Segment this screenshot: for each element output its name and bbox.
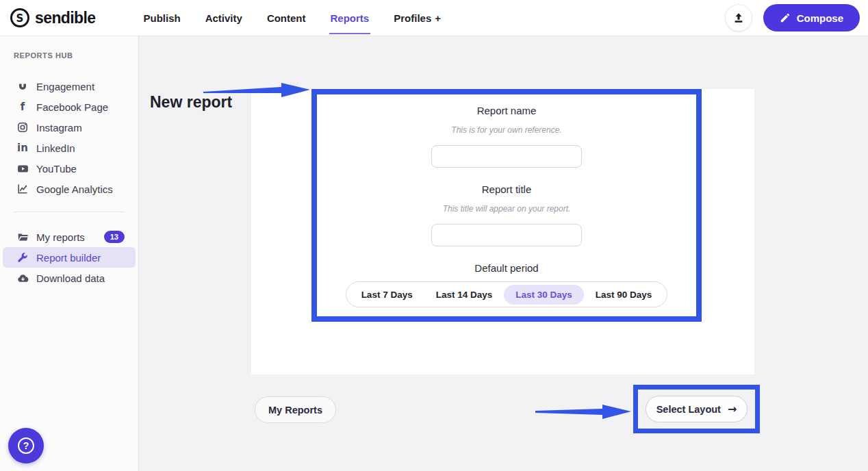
sidebar-item-google-analytics[interactable]: Google Analytics bbox=[3, 179, 136, 199]
sidebar-divider bbox=[14, 212, 125, 212]
report-title-hint: This title will appear on your report. bbox=[443, 203, 571, 214]
sidebar-item-youtube[interactable]: YouTube bbox=[3, 158, 136, 179]
nav-publish[interactable]: Publish bbox=[131, 0, 193, 36]
period-segmented-control: Last 7 Days Last 14 Days Last 30 Days La… bbox=[346, 281, 668, 307]
report-name-hint: This is for your own reference. bbox=[451, 125, 561, 136]
instagram-icon bbox=[16, 121, 29, 133]
upload-icon bbox=[732, 12, 745, 24]
report-tools-list: My reports 13 Report builder Download da… bbox=[0, 227, 138, 288]
brand-name: sendible bbox=[35, 9, 96, 27]
cloud-download-icon bbox=[16, 272, 29, 284]
period-option-last-90-days[interactable]: Last 90 Days bbox=[584, 285, 664, 305]
pencil-icon bbox=[780, 13, 790, 23]
my-reports-count-badge: 13 bbox=[104, 231, 125, 243]
report-type-list: Engagement f Facebook Page Instagram in … bbox=[0, 76, 138, 199]
select-layout-label: Select Layout bbox=[656, 404, 721, 415]
analytics-icon bbox=[16, 183, 29, 195]
report-name-label: Report name bbox=[477, 104, 537, 118]
sidebar-section-title: REPORTS HUB bbox=[0, 51, 138, 60]
sidebar-item-my-reports[interactable]: My reports 13 bbox=[3, 227, 136, 247]
sidebar-item-report-builder[interactable]: Report builder bbox=[3, 247, 136, 268]
right-arrow-icon: → bbox=[728, 404, 737, 415]
compose-button[interactable]: Compose bbox=[763, 4, 860, 31]
main-nav: Publish Activity Content Reports Profile… bbox=[131, 0, 454, 36]
sendible-logo[interactable]: S sendible bbox=[10, 8, 96, 28]
period-option-last-30-days[interactable]: Last 30 Days bbox=[504, 285, 584, 305]
facebook-icon: f bbox=[16, 101, 29, 113]
report-title-input[interactable] bbox=[431, 224, 582, 246]
default-period-label: Default period bbox=[474, 262, 538, 275]
nav-profiles[interactable]: Profiles + bbox=[381, 0, 453, 36]
nav-reports[interactable]: Reports bbox=[318, 0, 382, 36]
magnet-icon bbox=[16, 80, 29, 92]
question-mark-icon: ? bbox=[18, 437, 34, 454]
nav-content[interactable]: Content bbox=[255, 0, 318, 36]
help-button[interactable]: ? bbox=[8, 428, 44, 463]
youtube-icon bbox=[16, 162, 29, 175]
report-details-form: Report name This is for your own referen… bbox=[311, 89, 702, 322]
folder-icon bbox=[16, 231, 29, 243]
topbar-actions: Compose bbox=[725, 4, 860, 31]
period-option-last-7-days[interactable]: Last 7 Days bbox=[350, 285, 424, 305]
compose-label: Compose bbox=[797, 12, 843, 24]
top-bar: S sendible Publish Activity Content Repo… bbox=[0, 0, 868, 36]
period-option-last-14-days[interactable]: Last 14 Days bbox=[424, 285, 505, 305]
select-layout-button[interactable]: Select Layout → bbox=[646, 396, 748, 422]
main-content: New report Report name This is for your … bbox=[139, 36, 868, 471]
nav-activity[interactable]: Activity bbox=[193, 0, 255, 36]
upload-button[interactable] bbox=[725, 4, 752, 31]
select-layout-highlight-box: Select Layout → bbox=[633, 385, 760, 433]
sidebar-item-engagement[interactable]: Engagement bbox=[3, 76, 136, 97]
sidebar-item-download-data[interactable]: Download data bbox=[3, 268, 136, 288]
sidebar-item-instagram[interactable]: Instagram bbox=[3, 117, 136, 138]
svg-text:S: S bbox=[16, 12, 24, 25]
linkedin-icon: in bbox=[16, 142, 29, 154]
page-title: New report bbox=[150, 93, 232, 112]
wrench-icon bbox=[16, 251, 29, 264]
annotation-arrow-select-layout bbox=[534, 402, 633, 421]
plus-icon: + bbox=[435, 12, 441, 24]
sendible-logo-icon: S bbox=[10, 8, 30, 28]
sidebar-item-linkedin[interactable]: in LinkedIn bbox=[3, 138, 136, 158]
sidebar-item-facebook-page[interactable]: f Facebook Page bbox=[3, 97, 136, 117]
report-title-label: Report title bbox=[482, 183, 532, 196]
report-name-input[interactable] bbox=[431, 145, 582, 168]
my-reports-button[interactable]: My Reports bbox=[255, 396, 336, 423]
reports-sidebar: REPORTS HUB Engagement f Facebook Page I… bbox=[0, 36, 139, 471]
